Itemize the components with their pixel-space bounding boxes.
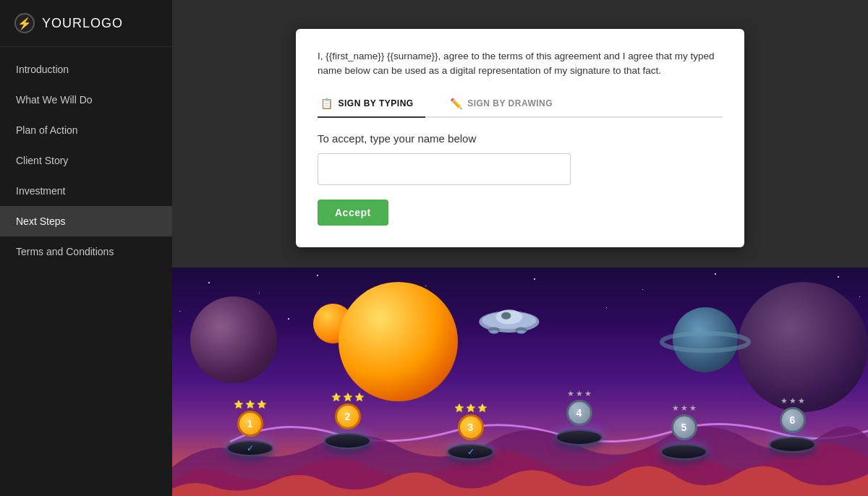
tabs-row: 📋 SIGN BY TYPING ✏️ SIGN BY DRAWING — [318, 92, 723, 118]
logo-area: ⚡ YOURLOGO — [0, 0, 172, 47]
sidebar: ⚡ YOURLOGO Introduction What We Will Do … — [0, 0, 172, 496]
badge-2-stars: ⭐ ⭐ ⭐ — [331, 393, 365, 402]
platform-group-2: ⭐ ⭐ ⭐ 2 — [324, 393, 371, 449]
tab-sign-typing[interactable]: 📋 SIGN BY TYPING — [318, 92, 425, 118]
svg-point-8 — [662, 333, 749, 351]
star-3-3: ⭐ — [477, 403, 488, 413]
badge-2: ⭐ ⭐ ⭐ 2 — [331, 393, 365, 429]
bolt-icon: ⚡ — [17, 17, 32, 30]
space-background: ⭐ ⭐ ⭐ 1 ✓ ⭐ ⭐ ⭐ 2 — [172, 268, 868, 496]
sidebar-item-next-steps[interactable]: Next Steps — [0, 206, 172, 236]
nav-items: Introduction What We Will Do Plan of Act… — [0, 47, 172, 267]
sign-label: To accept, type your name below — [318, 132, 723, 145]
svg-point-7 — [517, 330, 526, 334]
terrain-svg — [172, 402, 868, 496]
planet-ringed-container — [673, 307, 738, 372]
badge-6: ★ ★ ★ 6 — [780, 396, 806, 433]
modal-card: I, {{first_name}} {{surname}}, agree to … — [296, 29, 744, 247]
svg-point-3 — [501, 312, 511, 320]
platform-disc-6 — [769, 437, 816, 453]
star-5-3: ★ — [689, 403, 697, 413]
platform-group-1: ⭐ ⭐ ⭐ 1 ✓ — [226, 400, 273, 456]
star-2-3: ⭐ — [354, 393, 365, 402]
badge-circle-3: 3 — [458, 414, 484, 440]
platform-check-1: ✓ — [247, 443, 254, 453]
badge-circle-1: 1 — [237, 411, 263, 437]
star-6 — [642, 289, 643, 290]
planet-purple-left — [190, 296, 277, 383]
logo-light: LOGO — [82, 16, 123, 30]
badge-3-stars: ⭐ ⭐ ⭐ — [454, 403, 488, 413]
star-7 — [715, 273, 716, 275]
star-4-3: ★ — [584, 389, 592, 398]
star-3 — [317, 275, 318, 276]
badge-circle-4: 4 — [566, 400, 592, 426]
planet-orange-large — [339, 282, 458, 401]
sidebar-item-investment[interactable]: Investment — [0, 176, 172, 206]
star-2-1: ⭐ — [331, 393, 341, 402]
star-14 — [859, 296, 860, 297]
badge-circle-5: 5 — [671, 414, 697, 440]
star-2 — [259, 293, 260, 294]
badge-4-stars: ★ ★ ★ — [567, 389, 592, 398]
star-3-2: ⭐ — [466, 403, 476, 413]
platform-disc-2 — [324, 433, 371, 449]
star-1 — [208, 282, 210, 283]
sidebar-item-plan-of-action[interactable]: Plan of Action — [0, 115, 172, 145]
badge-circle-6: 6 — [780, 407, 806, 433]
planet-ring — [658, 328, 752, 356]
svg-point-6 — [490, 330, 498, 334]
star-11 — [288, 318, 289, 320]
star-4-1: ★ — [567, 389, 574, 398]
tab-sign-drawing[interactable]: ✏️ SIGN BY DRAWING — [447, 92, 564, 118]
sidebar-item-client-story[interactable]: Client Story — [0, 145, 172, 176]
logo-icon: ⚡ — [14, 13, 35, 33]
star-12 — [606, 307, 607, 308]
planet-dark-right — [738, 282, 868, 412]
platform-group-6: ★ ★ ★ 6 — [769, 396, 816, 453]
badge-1-stars: ⭐ ⭐ ⭐ — [234, 400, 267, 409]
badge-4: ★ ★ ★ 4 — [566, 389, 592, 426]
typing-icon: 📋 — [320, 98, 333, 109]
badge-3: ⭐ ⭐ ⭐ 3 — [454, 403, 488, 440]
platform-disc-4 — [556, 429, 603, 445]
badge-5-stars: ★ ★ ★ — [672, 403, 697, 413]
star-1-3: ⭐ — [257, 400, 267, 409]
star-4 — [425, 286, 426, 286]
platform-group-4: ★ ★ ★ 4 — [556, 389, 603, 445]
main-content: I, {{first_name}} {{surname}}, agree to … — [172, 0, 868, 496]
star-6-3: ★ — [798, 396, 805, 406]
accept-button[interactable]: Accept — [318, 200, 388, 226]
star-9 — [838, 276, 839, 278]
upper-area: I, {{first_name}} {{surname}}, agree to … — [172, 0, 868, 268]
star-4-2: ★ — [576, 389, 583, 398]
badge-1: ⭐ ⭐ ⭐ 1 — [234, 400, 267, 437]
sidebar-item-introduction[interactable]: Introduction — [0, 54, 172, 85]
star-3-1: ⭐ — [454, 403, 464, 413]
tab-drawing-label: SIGN BY DRAWING — [467, 98, 553, 108]
logo-text: YOURLOGO — [42, 16, 123, 31]
star-6-1: ★ — [780, 396, 788, 406]
platform-group-5: ★ ★ ★ 5 — [660, 403, 707, 460]
star-1-2: ⭐ — [245, 400, 255, 409]
platform-check-3: ✓ — [467, 447, 475, 457]
star-1-1: ⭐ — [234, 400, 244, 409]
star-6-2: ★ — [789, 396, 796, 406]
sidebar-item-what-we[interactable]: What We Will Do — [0, 85, 172, 115]
star-10 — [179, 311, 180, 312]
logo-bold: YOUR — [42, 16, 82, 30]
tab-typing-label: SIGN BY TYPING — [339, 98, 414, 108]
star-2-2: ⭐ — [343, 393, 353, 402]
platform-disc-3: ✓ — [447, 444, 494, 460]
star-5-2: ★ — [681, 403, 688, 413]
sidebar-item-terms-conditions[interactable]: Terms and Conditions — [0, 236, 172, 267]
badge-5: ★ ★ ★ 5 — [671, 403, 697, 440]
modal-description: I, {{first_name}} {{surname}}, agree to … — [318, 49, 723, 79]
badge-circle-2: 2 — [335, 403, 361, 429]
star-5-1: ★ — [672, 403, 679, 413]
spaceship — [476, 304, 548, 340]
star-5 — [534, 278, 535, 280]
platform-disc-1: ✓ — [226, 440, 273, 456]
drawing-icon: ✏️ — [450, 98, 463, 109]
name-input[interactable] — [318, 153, 571, 185]
